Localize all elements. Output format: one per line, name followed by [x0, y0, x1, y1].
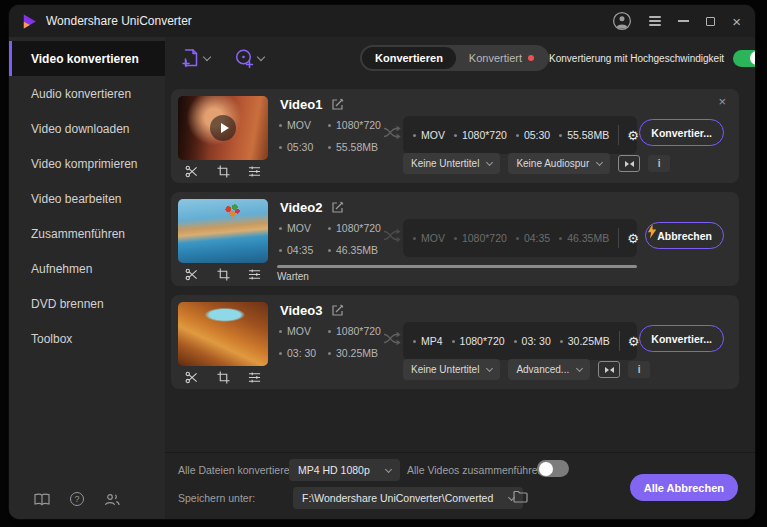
chevron-down-icon	[486, 365, 493, 372]
video-row-2: Video2 MOV 1080*720 04:35 46.35MB	[171, 192, 739, 286]
video-thumbnail[interactable]	[178, 199, 268, 263]
close-window-icon[interactable]: ×	[732, 14, 741, 29]
sidebar-item-zusammenfuehren[interactable]: Zusammenführen	[9, 216, 165, 251]
maximize-icon[interactable]	[706, 17, 715, 26]
footer-bar: Alle Dateien konvertieren zu: MP4 HD 108…	[165, 452, 755, 519]
gear-icon[interactable]: ⚙	[627, 232, 639, 245]
rename-icon[interactable]	[331, 304, 344, 317]
app-logo-icon	[21, 13, 38, 30]
chevron-down-icon	[596, 159, 603, 166]
trim-icon[interactable]	[185, 268, 198, 281]
cancel-button[interactable]: Abbrechen	[645, 222, 724, 249]
add-dvd-button[interactable]	[234, 48, 264, 68]
output-format-box[interactable]: MOV 1080*720 05:30 55.58MB ⚙	[403, 116, 637, 154]
crop-icon[interactable]	[217, 371, 230, 384]
sidebar-item-video-downloaden[interactable]: Video downloaden	[9, 111, 165, 146]
titlebar: Wondershare UniConverter ×	[9, 5, 755, 37]
app-window: Wondershare UniConverter × Video konvert…	[9, 5, 755, 519]
chevron-down-icon	[385, 465, 392, 472]
crop-icon[interactable]	[217, 165, 230, 178]
output-format-dropdown[interactable]: MP4 HD 1080p	[289, 459, 400, 481]
sidebar-item-toolbox[interactable]: Toolbox	[9, 321, 165, 356]
video-thumbnail[interactable]	[178, 96, 268, 160]
info-icon[interactable]: i	[648, 155, 670, 172]
gear-icon[interactable]: ⚙	[627, 129, 639, 142]
effects-icon[interactable]	[248, 165, 261, 178]
convert-button[interactable]: Konvertier...	[639, 325, 724, 352]
sidebar-item-audio-konvertieren[interactable]: Audio konvertieren	[9, 76, 165, 111]
source-info: MOV 1080*720 05:30 55.58MB	[279, 119, 381, 153]
source-info: MOV 1080*720 03: 30 30.25MB	[279, 325, 381, 359]
audio-dropdown[interactable]: Keine Audiospur	[508, 153, 610, 174]
highspeed-label: Konvertierung mit Hochgeschwindigkeit	[549, 53, 724, 64]
gear-icon[interactable]: ⚙	[628, 335, 640, 348]
video-row-1: Video1 MOV 1080*720 05:30 55.58MB	[171, 89, 739, 183]
source-info: MOV 1080*720 04:35 46.35MB	[279, 222, 381, 256]
support-icon[interactable]	[104, 493, 120, 506]
sidebar-item-video-bearbeiten[interactable]: Video bearbeiten	[9, 181, 165, 216]
sidebar-item-aufnehmen[interactable]: Aufnehmen	[9, 251, 165, 286]
add-files-button[interactable]	[181, 48, 210, 68]
rename-icon[interactable]	[331, 201, 344, 214]
help-icon[interactable]: ?	[70, 492, 84, 506]
play-overlay-icon[interactable]	[178, 96, 268, 160]
sidebar-item-video-konvertieren[interactable]: Video konvertieren	[9, 41, 165, 76]
tab-konvertieren[interactable]: Konvertieren	[362, 47, 456, 69]
convert-button[interactable]: Konvertier...	[639, 119, 724, 146]
merge-label: Alle Videos zusammenführen:	[407, 464, 546, 476]
main-panel: Konvertieren Konvertiert Konvertierung m…	[165, 37, 755, 519]
rename-icon[interactable]	[331, 98, 344, 111]
output-format-box[interactable]: MOV 1080*720 04:35 46.35MB ⚙	[403, 219, 637, 257]
video-name: Video1	[280, 97, 322, 112]
crop-icon[interactable]	[217, 268, 230, 281]
sidebar-item-video-komprimieren[interactable]: Video komprimieren	[9, 146, 165, 181]
video-row-3: Video3 MOV 1080*720 03: 30 30.25MB	[171, 295, 739, 389]
view-tabs: Konvertieren Konvertiert	[360, 45, 549, 71]
video-name: Video2	[280, 200, 322, 215]
save-to-label: Speichern unter:	[178, 492, 255, 504]
sidebar: Video konvertieren Audio konvertieren Vi…	[9, 37, 165, 519]
chevron-down-icon	[257, 52, 265, 60]
subtitle-dropdown[interactable]: Keine Untertitel	[403, 153, 500, 174]
video-thumbnail[interactable]	[178, 302, 268, 366]
subtitle-dropdown[interactable]: Keine Untertitel	[403, 359, 500, 380]
open-folder-icon[interactable]	[513, 490, 528, 503]
audio-dropdown[interactable]: Advanced...	[508, 359, 590, 380]
compress-icon[interactable]	[598, 361, 620, 378]
info-icon[interactable]: i	[628, 361, 650, 378]
status-label: Warten	[277, 271, 309, 282]
compress-icon[interactable]	[618, 155, 640, 172]
save-path-dropdown[interactable]: F:\Wondershare UniConverter\Converted	[293, 487, 523, 509]
trim-icon[interactable]	[185, 165, 198, 178]
remove-task-icon[interactable]: ×	[718, 95, 726, 108]
trim-icon[interactable]	[185, 371, 198, 384]
video-name: Video3	[280, 303, 322, 318]
chevron-down-icon	[576, 365, 583, 372]
chevron-down-icon	[203, 52, 211, 60]
highspeed-toggle[interactable]	[733, 50, 755, 67]
progress-bar	[277, 265, 637, 268]
menu-icon[interactable]	[649, 16, 661, 26]
user-guide-icon[interactable]	[34, 493, 50, 506]
account-avatar-icon[interactable]	[612, 11, 632, 31]
task-list: Video1 MOV 1080*720 05:30 55.58MB	[165, 79, 755, 452]
minimize-icon[interactable]	[678, 20, 689, 22]
effects-icon[interactable]	[248, 268, 261, 281]
chevron-down-icon	[486, 159, 493, 166]
merge-toggle[interactable]	[537, 460, 569, 477]
output-format-box[interactable]: MP4 1080*720 03: 30 30.25MB ⚙	[403, 322, 637, 360]
convert-arrows-icon	[383, 125, 403, 144]
convert-arrows-icon	[383, 331, 403, 350]
tab-konvertiert[interactable]: Konvertiert	[456, 47, 547, 69]
effects-icon[interactable]	[248, 371, 261, 384]
window-title: Wondershare UniConverter	[46, 14, 192, 28]
sidebar-item-dvd-brennen[interactable]: DVD brennen	[9, 286, 165, 321]
cancel-all-button[interactable]: Alle Abbrechen	[630, 474, 738, 501]
notification-dot	[528, 55, 534, 61]
toolbar: Konvertieren Konvertiert Konvertierung m…	[165, 37, 755, 79]
convert-arrows-icon	[383, 228, 403, 247]
